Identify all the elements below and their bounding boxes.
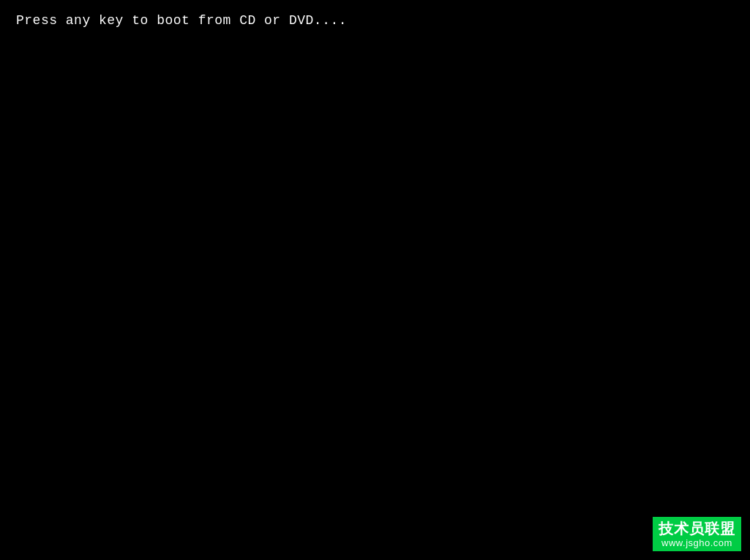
watermark-container: 技术员联盟 www.jsgho.com xyxy=(653,517,741,551)
watermark-box: 技术员联盟 www.jsgho.com xyxy=(653,517,741,551)
watermark-title: 技术员联盟 xyxy=(659,520,735,537)
boot-screen: Press any key to boot from CD or DVD....… xyxy=(0,0,750,560)
boot-prompt-text: Press any key to boot from CD or DVD.... xyxy=(16,13,347,28)
watermark-url: www.jsgho.com xyxy=(661,537,732,550)
